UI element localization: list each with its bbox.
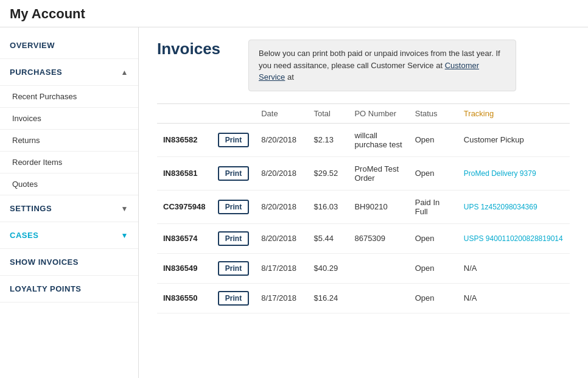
print-cell: Print [212, 223, 255, 253]
sidebar-show-invoices-label: SHOW INVOICES [10, 257, 79, 267]
main-content: Invoices Below you can print both paid o… [139, 27, 588, 378]
print-cell: Print [212, 283, 255, 313]
sidebar-item-quotes[interactable]: Quotes [0, 173, 138, 195]
invoice-tracking: ProMed Delivery 9379 [458, 156, 570, 190]
invoices-table: Date Total PO Number Status Tracking IN8… [157, 103, 570, 313]
invoice-date: 8/20/2018 [255, 223, 307, 253]
th-date: Date [255, 103, 307, 123]
invoice-tracking: UPS 1z452098034369 [458, 190, 570, 223]
chevron-down-icon-cases: ▼ [121, 231, 128, 240]
print-button[interactable]: Print [218, 166, 249, 181]
table-header-row: Date Total PO Number Status Tracking [157, 103, 570, 123]
invoice-po: willcall purchase test [348, 123, 408, 156]
sidebar-settings-label: SETTINGS [10, 204, 52, 213]
sidebar-overview-label: OVERVIEW [10, 41, 55, 50]
invoice-tracking: USPS 9400110200828819014 [458, 223, 570, 253]
invoice-id: IN836574 [157, 223, 212, 253]
chevron-up-icon: ▲ [121, 68, 128, 77]
chevron-down-icon: ▼ [121, 205, 128, 213]
tracking-value: N/A [464, 293, 477, 303]
invoice-po [348, 283, 408, 313]
invoice-status: Open [409, 156, 458, 190]
sidebar-loyalty-label: LOYALTY POINTS [10, 284, 82, 293]
sidebar-item-returns[interactable]: Returns [0, 130, 138, 152]
invoice-po [348, 253, 408, 283]
sidebar-purchases-label: PURCHASES [10, 68, 62, 77]
sidebar-item-show-invoices[interactable]: SHOW INVOICES [0, 249, 138, 276]
page-title: My Account [0, 0, 588, 27]
invoice-status: Paid In Full [409, 190, 458, 223]
sidebar-item-cases[interactable]: CASES ▼ [0, 222, 138, 249]
invoice-date: 8/17/2018 [255, 283, 307, 313]
sidebar-item-loyalty-points[interactable]: LOYALTY POINTS [0, 276, 138, 303]
invoice-status: Open [409, 253, 458, 283]
invoice-status: Open [409, 223, 458, 253]
table-row: IN836549 Print 8/17/2018 $40.29 Open N/A [157, 253, 570, 283]
tracking-value: Customer Pickup [464, 135, 524, 144]
invoice-id: IN836550 [157, 283, 212, 313]
invoice-date: 8/20/2018 [255, 156, 307, 190]
info-box: Below you can print both paid or unpaid … [248, 40, 516, 91]
sidebar: OVERVIEW PURCHASES ▲ Recent Purchases In… [0, 27, 139, 378]
th-id [157, 103, 212, 123]
invoice-total: $16.03 [308, 190, 349, 223]
tracking-link[interactable]: USPS 9400110200828819014 [464, 234, 563, 243]
sidebar-item-reorder[interactable]: Reorder Items [0, 152, 138, 173]
table-row: IN836550 Print 8/17/2018 $16.24 Open N/A [157, 283, 570, 313]
sidebar-item-invoices[interactable]: Invoices [0, 108, 138, 130]
invoices-title: Invoices [157, 40, 230, 58]
invoice-status: Open [409, 283, 458, 313]
invoice-date: 8/17/2018 [255, 253, 307, 283]
table-row: IN836574 Print 8/20/2018 $5.44 8675309 O… [157, 223, 570, 253]
invoice-status: Open [409, 123, 458, 156]
print-cell: Print [212, 190, 255, 223]
invoice-date: 8/20/2018 [255, 190, 307, 223]
sidebar-item-purchases[interactable]: PURCHASES ▲ [0, 59, 138, 86]
invoice-po: ProMed Test Order [348, 156, 408, 190]
tracking-link[interactable]: ProMed Delivery 9379 [464, 169, 536, 178]
invoice-total: $2.13 [308, 123, 349, 156]
invoice-id: IN836582 [157, 123, 212, 156]
table-row: CC3975948 Print 8/20/2018 $16.03 BH90210… [157, 190, 570, 223]
sidebar-item-recent-purchases[interactable]: Recent Purchases [0, 86, 138, 108]
th-status: Status [409, 103, 458, 123]
invoices-header: Invoices Below you can print both paid o… [157, 40, 570, 91]
sidebar-item-settings[interactable]: SETTINGS ▼ [0, 195, 138, 222]
print-cell: Print [212, 156, 255, 190]
tracking-link[interactable]: UPS 1z452098034369 [464, 203, 537, 211]
invoice-tracking: N/A [458, 283, 570, 313]
invoice-id: IN836549 [157, 253, 212, 283]
invoice-total: $40.29 [308, 253, 349, 283]
print-button[interactable]: Print [218, 200, 249, 214]
print-button[interactable]: Print [218, 133, 249, 147]
sidebar-cases-label: CASES [10, 231, 38, 240]
print-button[interactable]: Print [218, 231, 249, 246]
tracking-value: N/A [464, 264, 477, 273]
invoice-total: $5.44 [308, 223, 349, 253]
th-po: PO Number [348, 103, 408, 123]
invoice-id: IN836581 [157, 156, 212, 190]
table-row: IN836582 Print 8/20/2018 $2.13 willcall … [157, 123, 570, 156]
table-row: IN836581 Print 8/20/2018 $29.52 ProMed T… [157, 156, 570, 190]
th-total: Total [308, 103, 349, 123]
sidebar-item-overview[interactable]: OVERVIEW [0, 32, 138, 59]
invoice-total: $29.52 [308, 156, 349, 190]
print-button[interactable]: Print [218, 291, 249, 306]
print-cell: Print [212, 123, 255, 156]
invoice-tracking: Customer Pickup [458, 123, 570, 156]
invoice-id: CC3975948 [157, 190, 212, 223]
th-print [212, 103, 255, 123]
invoice-date: 8/20/2018 [255, 123, 307, 156]
print-button[interactable]: Print [218, 261, 249, 276]
invoice-total: $16.24 [308, 283, 349, 313]
invoice-po: BH90210 [348, 190, 408, 223]
th-tracking: Tracking [458, 103, 570, 123]
invoice-po: 8675309 [348, 223, 408, 253]
print-cell: Print [212, 253, 255, 283]
invoice-tracking: N/A [458, 253, 570, 283]
